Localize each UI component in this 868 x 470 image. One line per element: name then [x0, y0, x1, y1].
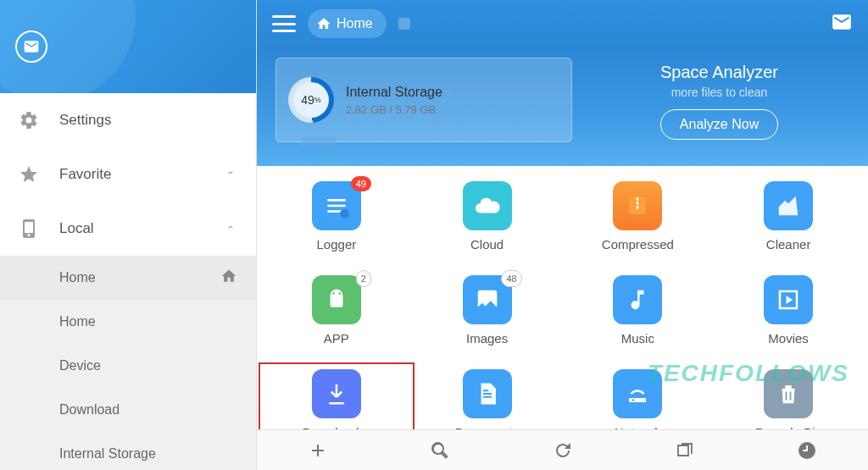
chevron-right-icon: › [448, 86, 452, 99]
tile-recycle-bin[interactable]: Recycle Bin [717, 369, 860, 429]
home-icon [316, 16, 331, 31]
tile-cleaner[interactable]: Cleaner [717, 181, 860, 252]
documents-icon [463, 369, 512, 418]
add-button[interactable] [257, 430, 379, 470]
tile-label: Downloader [303, 425, 370, 429]
tile-downloader[interactable]: Downloader [265, 369, 408, 429]
hero: 49% Internal Storage› 2.82 GB / 5.79 GB … [257, 47, 868, 166]
images-icon: 48 [463, 275, 512, 324]
breadcrumb-next [398, 18, 410, 30]
tile-label: Documents [455, 425, 520, 429]
sidebar-item-label: Internal Storage [59, 446, 237, 462]
sidebar-header [0, 0, 256, 93]
sidebar-subitem-download[interactable]: Download [0, 388, 256, 432]
svg-point-3 [632, 399, 635, 401]
phone-icon [19, 218, 39, 239]
app-icon: 2 [312, 275, 361, 324]
search-button[interactable] [379, 430, 501, 470]
tile-compressed[interactable]: Compressed [567, 181, 709, 252]
storage-ring: 49% [288, 77, 334, 123]
gear-icon [19, 110, 39, 130]
tile-music[interactable]: Music [567, 275, 709, 346]
sidebar-subitem-device[interactable]: Device [0, 344, 256, 388]
sidebar-item-label: Favorite [59, 166, 224, 183]
tile-app[interactable]: 2 APP [265, 275, 408, 346]
analyzer-title: Space Analyzer [589, 63, 849, 82]
download-icon [312, 369, 361, 418]
sidebar-item-label: Home [59, 314, 237, 329]
sidebar-item-settings[interactable]: Settings [0, 93, 256, 147]
breadcrumb[interactable]: Home [308, 9, 387, 38]
sidebar-subitem-internal-storage[interactable]: Internal Storage [0, 432, 256, 470]
tile-label: Compressed [602, 237, 674, 252]
tile-logger[interactable]: 49 Logger [265, 181, 408, 252]
sidebar-submenu-local: Home Home Device Download Internal Stora… [0, 256, 256, 470]
storage-usage: 2.82 GB / 5.79 GB [346, 103, 452, 116]
storage-percent: 49 [301, 93, 314, 107]
cloud-icon [463, 181, 512, 230]
analyze-now-button[interactable]: Analyze Now [660, 109, 778, 140]
space-analyzer: Space Analyzer more files to clean Analy… [589, 63, 849, 166]
mail-icon[interactable] [15, 30, 47, 63]
tile-movies[interactable]: Movies [717, 275, 860, 346]
main: Home 49% Internal Storage› 2.82 GB / 5.7… [257, 0, 868, 470]
zip-icon [613, 181, 662, 230]
home-icon [220, 268, 237, 288]
topbar: Home [257, 0, 868, 47]
sidebar: Settings Favorite Local Home Home Device… [0, 0, 257, 470]
tile-label: Recycle Bin [755, 425, 822, 429]
tile-label: Music [621, 331, 654, 346]
analyzer-sub: more files to clean [589, 86, 849, 99]
svg-point-1 [332, 292, 335, 295]
tile-label: APP [324, 331, 349, 346]
menu-icon[interactable] [272, 15, 296, 32]
tile-documents[interactable]: Documents [416, 369, 559, 429]
badge: 48 [501, 270, 521, 287]
sidebar-subitem-home[interactable]: Home [0, 256, 256, 300]
tile-cloud[interactable]: Cloud [416, 181, 559, 252]
tile-label: Movies [768, 331, 809, 346]
sidebar-item-label: Home [59, 270, 220, 285]
bottom-toolbar [257, 429, 868, 470]
tile-label: Cleaner [766, 237, 811, 252]
cleaner-icon [764, 181, 813, 230]
svg-point-2 [338, 292, 341, 295]
tile-label: Cloud [470, 237, 504, 252]
breadcrumb-label: Home [337, 16, 373, 31]
chevron-up-icon [224, 220, 237, 238]
sidebar-item-label: Download [59, 402, 237, 417]
sidebar-item-label: Local [59, 220, 224, 237]
movies-icon [764, 275, 813, 324]
history-button[interactable] [746, 430, 868, 470]
storage-percent-suffix: % [314, 96, 321, 104]
storage-card[interactable]: 49% Internal Storage› 2.82 GB / 5.79 GB [275, 58, 572, 142]
refresh-button[interactable] [501, 430, 623, 470]
category-grid: 49 Logger Cloud Compressed Cleaner 2 APP… [257, 166, 868, 429]
tile-network[interactable]: Network [567, 369, 709, 429]
badge: 2 [356, 270, 371, 287]
sidebar-item-local[interactable]: Local [0, 202, 256, 256]
tile-label: Network [615, 425, 661, 429]
windows-button[interactable] [624, 430, 746, 470]
mail-icon[interactable] [831, 11, 853, 36]
sidebar-item-label: Device [59, 358, 237, 373]
svg-point-0 [340, 209, 349, 218]
storage-title: Internal Storage [346, 85, 442, 100]
logger-icon: 49 [312, 181, 361, 230]
tile-label: Images [466, 331, 508, 346]
sidebar-item-label: Settings [59, 112, 237, 129]
badge: 49 [351, 176, 371, 191]
trash-icon [764, 369, 813, 418]
sidebar-item-favorite[interactable]: Favorite [0, 147, 256, 202]
music-icon [613, 275, 662, 324]
tile-images[interactable]: 48 Images [416, 275, 559, 346]
tile-label: Logger [317, 237, 357, 252]
sidebar-subitem-home-2[interactable]: Home [0, 300, 256, 344]
star-icon [19, 164, 39, 185]
network-icon [613, 369, 662, 418]
chevron-down-icon [224, 166, 237, 184]
